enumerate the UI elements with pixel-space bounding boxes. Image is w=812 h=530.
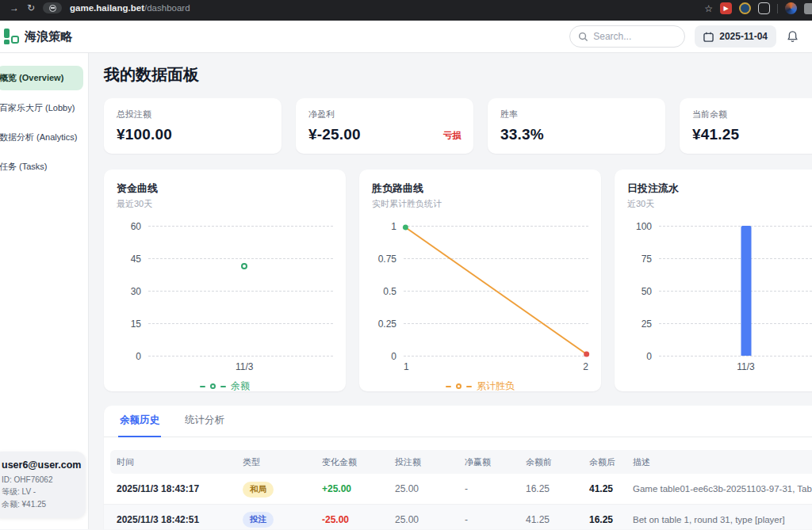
stat-card-total-bets: 总投注额 ¥100.00 [104, 98, 282, 154]
winloss-line [404, 226, 588, 356]
url-path: /dashboard [144, 3, 190, 13]
cell-bet: 25.00 [395, 483, 465, 494]
url-bar[interactable]: game.hailang.bet/dashboard [70, 3, 190, 13]
divider [777, 4, 778, 13]
win-point[interactable] [403, 225, 408, 231]
chart-subtitle: 最近30天 [117, 198, 333, 210]
site-settings-icon[interactable] [43, 2, 62, 13]
cell-time: 2025/11/3 18:43:17 [117, 483, 243, 494]
cell-description: Game table01-ee6c3b-20251103-97-31, Tabl… [633, 484, 812, 494]
extensions-puzzle-icon[interactable] [758, 2, 770, 14]
chart-title: 日投注流水 [627, 181, 812, 196]
cell-net-win: - [465, 483, 526, 494]
y-tick: 0 [646, 351, 652, 362]
history-panel: 余额历史 统计分析 时间 类型 变化金额 投注额 净赢额 余额前 余额后 描述 … [104, 406, 812, 529]
y-tick: 0.75 [378, 254, 396, 265]
col-header-bet: 投注额 [395, 456, 465, 468]
browser-profile-avatar[interactable] [785, 2, 797, 14]
extension-icon[interactable] [739, 2, 751, 14]
loss-badge: 亏损 [443, 130, 462, 142]
chart-subtitle: 近30天 [627, 198, 812, 210]
type-badge: 和局 [243, 482, 274, 498]
tab-balance-history[interactable]: 余额历史 [118, 407, 161, 437]
chart-title: 胜负路曲线 [372, 181, 588, 196]
stat-value: ¥-25.00 [308, 126, 461, 143]
page-title: 我的数据面板 [104, 64, 812, 86]
search-input[interactable] [593, 31, 672, 42]
x-tick: 1 [404, 361, 409, 372]
y-tick: 30 [131, 286, 141, 297]
col-header-change: 变化金额 [322, 456, 395, 468]
sidebar-item-overview[interactable]: 概览 (Overview) [0, 66, 83, 90]
cell-change: +25.00 [322, 483, 395, 494]
cell-description: Bet on table 1, round 31, type [player] [633, 515, 812, 524]
col-header-net-win: 净赢额 [465, 456, 526, 468]
y-tick: 45 [131, 254, 141, 265]
type-badge: 投注 [243, 512, 274, 528]
x-tick: 11/3 [236, 361, 253, 372]
chart-plot: 60 45 30 15 0 11/3 [148, 226, 333, 356]
table-row: 2025/11/3 18:43:17 和局 +25.00 25.00 - 16.… [104, 474, 812, 504]
cell-balance-after: 16.25 [589, 514, 633, 525]
y-tick: 50 [642, 286, 652, 297]
x-tick: 2 [583, 361, 588, 372]
stat-label: 胜率 [500, 109, 653, 120]
chart-plot: 100 75 50 25 0 11/3 [659, 226, 812, 356]
turnover-bar[interactable] [741, 226, 751, 356]
extension-icon[interactable]: ▶ [720, 2, 732, 14]
user-email: user6@user.com [2, 459, 79, 471]
reload-icon[interactable]: ↻ [27, 2, 35, 13]
y-tick: 60 [131, 221, 141, 232]
legend-label: 余额 [231, 379, 250, 393]
bookmark-star-icon[interactable]: ☆ [704, 3, 713, 14]
table-row: 2025/11/3 18:42:51 投注 -25.00 25.00 - 41.… [104, 504, 812, 529]
chart-plot: 1 0.75 0.5 0.25 0 1 2 [404, 226, 588, 356]
y-tick: 100 [636, 221, 652, 232]
chart-winloss-curve: 胜负路曲线 实时累计胜负统计 1 0.75 0.5 0.25 0 1 2 [359, 170, 601, 391]
user-level: 等级: LV - [2, 486, 79, 498]
stat-value: ¥100.00 [117, 126, 269, 143]
stat-card-current-balance: 当前余额 ¥41.25 [680, 98, 812, 154]
y-tick: 25 [642, 318, 652, 330]
user-panel[interactable]: user6@user.com ID: OHF76062 等级: LV - 余额:… [0, 452, 86, 519]
search-box[interactable] [569, 25, 685, 48]
stat-card-net-profit: 净盈利 ¥-25.00 亏损 [296, 98, 473, 154]
cell-balance-before: 41.25 [526, 514, 589, 525]
sidebar-item-tasks[interactable]: 任务 (Tasks) [0, 155, 83, 178]
legend-label: 累计胜负 [477, 379, 515, 393]
sidebar-item-lobby[interactable]: 百家乐大厅 (Lobby) [0, 97, 83, 120]
forward-icon[interactable]: → [10, 2, 19, 13]
stat-label: 净盈利 [308, 109, 461, 120]
chart-subtitle: 实时累计胜负统计 [372, 198, 588, 210]
app-title: 海浪策略 [25, 29, 72, 44]
cell-net-win: - [465, 514, 526, 525]
lose-point[interactable] [584, 352, 589, 357]
balance-history-table: 时间 类型 变化金额 投注额 净赢额 余额前 余额后 描述 2025/11/3 … [104, 450, 812, 529]
legend-cumulative-winloss[interactable]: 累计胜负 [372, 379, 588, 393]
stat-card-win-rate: 胜率 33.3% [488, 98, 665, 154]
url-host: game.hailang.bet [70, 3, 144, 13]
date-picker[interactable]: 2025-11-04 [695, 25, 776, 48]
stat-label: 当前余额 [692, 109, 812, 120]
selected-date: 2025-11-04 [719, 31, 768, 42]
x-tick: 11/3 [737, 361, 754, 372]
user-id: ID: OHF76062 [2, 474, 79, 486]
tabs: 余额历史 统计分析 [104, 409, 812, 437]
browser-chrome: → ↻ game.hailang.bet/dashboard ☆ ▶ [0, 0, 812, 21]
notifications-bell-icon[interactable] [786, 30, 799, 44]
user-balance: 余额: ¥41.25 [2, 498, 79, 511]
y-tick: 0 [391, 351, 396, 362]
sidebar-item-analytics[interactable]: 数据分析 (Analytics) [0, 126, 83, 149]
cell-change: -25.00 [322, 514, 395, 525]
y-tick: 75 [642, 254, 652, 265]
main-content: 我的数据面板 总投注额 ¥100.00 净盈利 ¥-25.00 亏损 胜率 33… [89, 53, 812, 529]
cell-balance-before: 16.25 [526, 483, 589, 494]
sidebar: 概览 (Overview) 百家乐大厅 (Lobby) 数据分析 (Analyt… [0, 53, 89, 529]
y-tick: 0.25 [378, 318, 396, 330]
data-point-balance[interactable] [241, 263, 247, 269]
stats-row: 总投注额 ¥100.00 净盈利 ¥-25.00 亏损 胜率 33.3% 当前余… [104, 98, 812, 154]
tab-statistics[interactable]: 统计分析 [183, 407, 226, 437]
legend-balance[interactable]: 余额 [117, 379, 333, 393]
chart-daily-turnover: 日投注流水 近30天 100 75 50 25 0 11/3 [615, 170, 812, 391]
clipped-menu-icon[interactable] [804, 3, 812, 14]
